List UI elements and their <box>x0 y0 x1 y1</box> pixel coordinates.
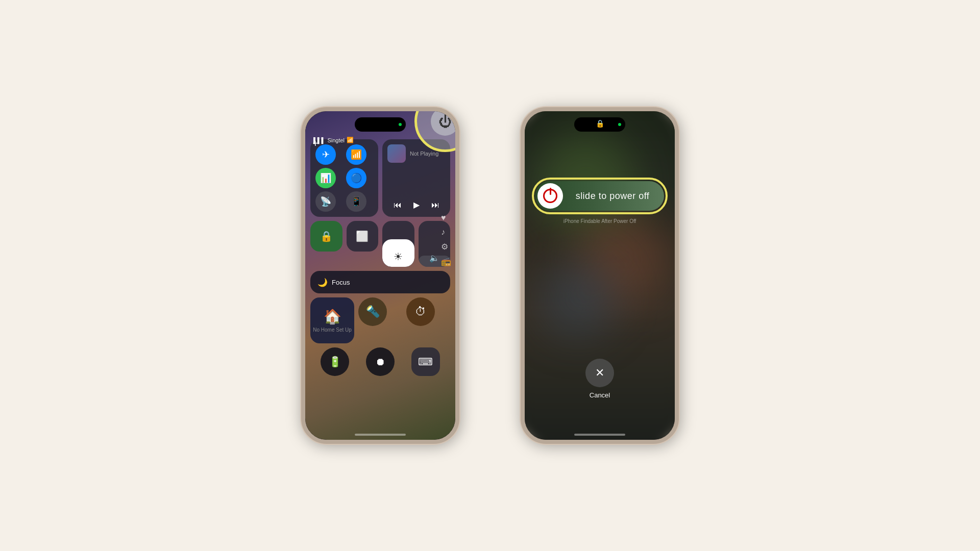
wifi-status-icon: 📶 <box>347 137 354 143</box>
phone2-screen: 🔒 slide to power off iPhone Findable Aft… <box>525 111 675 440</box>
home-label: No Home Set Up <box>313 327 352 333</box>
hotspot-btn[interactable]: 📱 <box>346 191 366 212</box>
cancel-container: ✕ Cancel <box>585 359 614 399</box>
prev-btn[interactable]: ⏮ <box>394 201 402 210</box>
record-btn[interactable]: ⏺ <box>366 347 395 376</box>
battery-btn[interactable]: 🔋 <box>321 347 349 376</box>
home-widget[interactable]: 🏠 No Home Set Up <box>310 297 354 343</box>
media-controls[interactable]: ⏮ ▶ ⏭ <box>387 198 445 212</box>
next-btn[interactable]: ⏭ <box>431 201 439 210</box>
cc-row2: 🔒 ⬜ ☀ 🔈 <box>310 221 450 267</box>
broadcast-icon: 📻 <box>441 257 451 266</box>
brightness-slider[interactable]: ☀ <box>382 221 414 267</box>
control-center: ✈ 📶 📊 🔵 📡 📱 Not Playing ⏮ ▶ <box>310 139 450 376</box>
bluetooth-btn[interactable]: 🔵 <box>346 168 366 188</box>
music-note-icon: ♪ <box>441 228 451 237</box>
power-symbol-icon <box>543 189 557 203</box>
settings-icon: ⚙ <box>441 242 451 252</box>
find-my-text: iPhone Findable After Power Off <box>525 218 675 224</box>
carrier-info: ▌▌▌ Singtel 📶 <box>313 137 354 143</box>
connectivity-grid[interactable]: ✈ 📶 📊 🔵 📡 📱 <box>310 139 378 217</box>
airdrop-btn[interactable]: 📡 <box>315 191 336 212</box>
brightness-icon: ☀ <box>394 251 403 263</box>
power-slider-highlight: slide to power off <box>532 178 668 214</box>
signal-bars-icon: ▌▌▌ <box>313 137 325 143</box>
play-btn[interactable]: ▶ <box>413 200 420 210</box>
not-playing-label: Not Playing <box>410 151 438 157</box>
phone1-frame: + ▌▌▌ Singtel 📶 ✈ 📶 📊 🔵 📡 <box>301 107 459 444</box>
cc-row3: 🏠 No Home Set Up 🔦 ⏱ <box>310 297 450 343</box>
focus-btn[interactable]: 🌙 Focus <box>310 271 450 293</box>
dynamic-island-phone1 <box>355 117 406 132</box>
power-slider-container: slide to power off <box>532 178 668 214</box>
cellular-btn[interactable]: 📊 <box>315 168 336 188</box>
home-indicator-phone1 <box>355 434 406 436</box>
cc-row5: 🔋 ⏺ ⌨ <box>310 347 450 376</box>
heart-icon: ♥ <box>441 213 451 222</box>
volume-icon: 🔈 <box>429 253 439 263</box>
home-indicator-phone2 <box>574 434 625 436</box>
timer-btn[interactable]: ⏱ <box>406 297 435 326</box>
torch-btn[interactable]: 🔦 <box>358 297 387 326</box>
screen-mirror-btn[interactable]: ⬜ <box>347 221 379 252</box>
cancel-button[interactable]: ✕ <box>585 359 614 387</box>
power-button[interactable]: ⏻ <box>431 107 459 136</box>
phone1-screen: + ▌▌▌ Singtel 📶 ✈ 📶 📊 🔵 📡 <box>305 111 455 440</box>
keyboard-btn[interactable]: ⌨ <box>411 347 440 376</box>
screen-lock-btn[interactable]: 🔒 <box>310 221 342 252</box>
lock-icon: 🔒 <box>596 119 604 128</box>
album-art <box>387 144 406 163</box>
airplane-mode-btn[interactable]: ✈ <box>315 144 336 165</box>
slide-to-power-off-text: slide to power off <box>563 191 662 202</box>
cc-row1: ✈ 📶 📊 🔵 📡 📱 Not Playing ⏮ ▶ <box>310 139 450 217</box>
green-dot-phone2 <box>618 123 621 126</box>
home-icon: 🏠 <box>324 308 341 325</box>
blur-circle-3 <box>540 261 617 338</box>
right-side-icons: ♥ ♪ ⚙ 📻 <box>441 213 451 266</box>
moon-icon: 🌙 <box>317 278 328 287</box>
carrier-name: Singtel <box>327 137 345 143</box>
focus-label: Focus <box>332 279 350 286</box>
cancel-label: Cancel <box>590 391 610 399</box>
power-slider[interactable]: slide to power off <box>535 181 664 211</box>
power-slider-thumb <box>537 183 563 209</box>
phone2-frame: 🔒 slide to power off iPhone Findable Aft… <box>521 107 679 444</box>
wifi-btn[interactable]: 📶 <box>346 144 366 165</box>
green-dot-phone1 <box>399 123 402 126</box>
